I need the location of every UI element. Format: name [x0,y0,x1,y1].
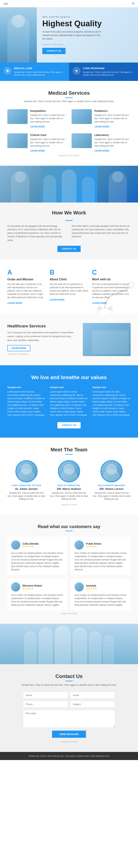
hero-title: Highest Quality [42,19,133,28]
medical-care-icon: ✚ [4,67,11,75]
testimonial-avatar-frank [75,540,84,550]
abc-letter-a: A [7,269,46,276]
hero-contact-btn[interactable]: CONTACT US [42,48,65,54]
testimonial-stars-eleonore: ★★★★★ [23,587,42,590]
team-name-adam: Dr. Adam Jensen [7,487,46,490]
team-member-simon: RELATIONSHIP MANAGER DR. Simon Larson Sa… [92,460,131,501]
testimonials-title: Read what our customers say [7,524,131,529]
service-pediatrics-desc: Sample text. Click to select the text bo… [94,114,131,123]
service-pediatrics-learn-more[interactable]: LEARN MORE [94,125,109,128]
service-laboratory-learn-more[interactable]: LEARN MORE [94,150,109,152]
healthcare-image-source: Image from ©iStockphoto [7,353,76,355]
abc-desc-b: Our text take aim in experience in parti… [50,282,88,296]
abc-title-c: Work with Us [92,278,131,281]
testimonial-text-eleonore: Arcu ut diam at volutpat pretium urna fa… [11,593,63,607]
testimonial-text-amanda: Arcu ut diam at volutpat pretium urna fa… [75,593,127,607]
service-critical-learn-more[interactable]: LEARN MORE [30,150,45,152]
care-programs-icon: ♥ [73,67,80,75]
navigation: logo ≡ [0,0,138,7]
contact-submit-btn[interactable]: SEND MESSAGE [52,731,86,738]
testimonial-name-eleonore: Eleonore Nolast [23,584,42,587]
blue-card-programs: ♥ CARE PROGRAMS Sample text. Click to se… [69,63,138,81]
team-desc-adam: Sample text. Click to select the text bo… [7,492,46,501]
service-hospitalists: Hospitalists Sample text. Click to selec… [7,109,66,128]
service-hospitalists-title: Hospitalists [30,109,66,113]
testimonials-section: Read what our customers say Celia Almeda… [0,515,138,624]
care-programs-title: CARE PROGRAMS [83,67,134,70]
contact-email-input[interactable] [70,692,115,699]
healthcare-image [83,323,131,356]
nav-menu-icon[interactable]: ≡ [132,1,134,6]
how-photo-2 [41,166,98,203]
testimonial-text-celia: Arcu ut diam at volutpat pretium urna fa… [11,552,63,571]
contact-name-input[interactable] [23,692,68,699]
how-col-2: Our entire staff is continually equipped… [72,224,131,242]
abc-learn-more-c[interactable]: LEARN MORE [92,302,107,304]
service-laboratory-title: Laboratory [94,133,131,136]
medical-services-subtitle: Sample text. Click to enter the text. Cl… [7,100,131,103]
testimonial-text-frank: Arcu ut diam at volutpat pretium urna fa… [75,552,127,571]
values-col-3: Sample text. Lorem ipsum dolor sit amet,… [92,386,131,416]
service-hospitalists-learn-more[interactable]: LEARN MORE [30,125,45,128]
service-pediatrics-title: Pediatrics [94,109,131,113]
values-col-3-desc: Lorem ipsum dolor sit amet, consectetur … [92,390,131,416]
service-laboratory-desc: Sample text. Click to select the text bo… [94,137,131,148]
service-critical-title: Critical Care [30,133,66,136]
team-avatar-simon [101,460,122,482]
care-programs-desc: Sample text. Click to select the text bo… [83,71,134,76]
hero-person-image [0,7,37,63]
abc-item-a: A Goals and Mission Our text take aim in… [7,269,46,305]
abc-title-a: Goals and Mission [7,278,46,281]
services-grid: Hospitalists Sample text. Click to selec… [7,109,131,152]
testimonial-avatar-eleonore [11,582,20,592]
abc-letter-b: B [50,269,88,276]
contact-message-input[interactable] [23,710,115,727]
contact-section: Contact Us Sample text. Click to select … [0,664,138,752]
hero-badge: MED CENTER HEALTH [42,16,133,18]
healthcare-content: Healthcare Services Our Company has the … [7,324,76,355]
testimonial-stars-amanda: ★★★★★ [86,587,97,590]
team-name-simon: DR. Simon Larson [92,487,131,490]
how-contact-btn[interactable]: CONTACT US [57,246,81,252]
contact-phone-input[interactable] [23,701,68,708]
hero-image-source: Image from ©iStockphoto [42,43,133,45]
testimonial-frank: Frank Almos ★★★★★ Arcu ut diam at volutp… [71,537,131,575]
team-member-adam: CHIEF OPERATING OFFICER Dr. Adam Jensen … [7,460,46,501]
abc-section: A Goals and Mission Our text take aim in… [0,259,138,314]
testimonial-stars-frank: ★★★★★ [86,545,101,548]
team-desc-simon: Sample text. Click to select the text bo… [92,492,131,501]
testimonials-grid: Celia Almeda ★★★★★ Arcu ut diam at volut… [7,537,131,610]
service-laboratory-image [72,133,92,148]
team-avatar-marry [58,460,80,482]
contact-subject-input[interactable] [70,701,115,708]
team-name-marry: DR. Marry Hudson [50,487,88,490]
abc-learn-more-a[interactable]: LEARN MORE [7,302,22,304]
testimonial-name-amanda: Amanda [86,584,97,587]
healthcare-services-section: Healthcare Services Our Company has the … [0,314,138,365]
testimonial-eleonore: Eleonore Nolast ★★★★★ Arcu ut diam at vo… [7,579,67,610]
values-col-3-title: Sample text. [92,386,131,389]
team-role-simon: RELATIONSHIP MANAGER [92,485,131,487]
service-critical: Critical Care Sample text. Click to sele… [7,133,66,152]
how-we-work-section: How We Work As specialists we are equipp… [0,166,138,259]
how-photo-1 [0,166,41,203]
service-hospitalists-desc: Sample text. Click to select the text bo… [30,114,66,123]
values-col-2-title: Sample text. [50,386,88,389]
team-member-marry: HEAD OF MARKETING DR. Marry Hudson Sampl… [50,460,88,501]
values-contact-btn[interactable]: CONTACT US [57,422,81,428]
healthcare-title: Healthcare Services [7,324,76,329]
contact-title: Contact Us [7,673,131,679]
healthcare-learn-more[interactable]: LEARN MORE [7,345,30,351]
abc-learn-more-b[interactable]: LEARN MORE [50,299,64,301]
footer-text: Sample text. Click to select the text bo… [29,755,109,757]
testimonial-name-celia: Celia Almeda [23,542,38,545]
values-col-1: Sample text. Lorem ipsum dolor sit amet,… [7,386,46,416]
testimonial-avatar-celia [11,540,20,550]
medical-care-title: MEDICAL CARE [14,67,65,70]
team-group-silhouettes [24,626,114,664]
healthcare-desc: Our Company has the experience and exper… [7,331,76,342]
how-photos-row [0,166,138,203]
blue-card-medical: ✚ MEDICAL CARE Sample text. Click to sel… [0,63,69,81]
medical-care-desc: Sample text. Click to select the text bo… [14,71,65,76]
values-col-1-title: Sample text. [7,386,46,389]
